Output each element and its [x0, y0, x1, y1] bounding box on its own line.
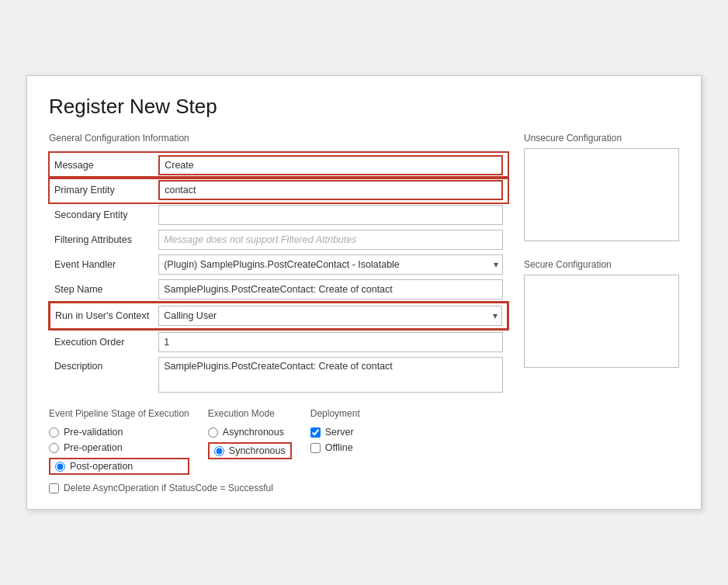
primary-entity-label: Primary Entity: [50, 178, 154, 202]
execution-order-row: Execution Order: [50, 329, 508, 355]
execution-mode-title: Execution Mode: [208, 408, 292, 419]
step-name-input[interactable]: [158, 279, 503, 299]
event-handler-label: Event Handler: [50, 252, 154, 277]
execution-mode-section: Execution Mode Asynchronous Synchronous: [208, 408, 292, 459]
server-deploy-option[interactable]: Server: [310, 427, 360, 438]
sync-mode-label: Synchronous: [229, 445, 286, 456]
secure-config-label: Secure Configuration: [524, 259, 679, 270]
general-config-label: General Configuration Information: [49, 133, 508, 144]
filtering-attributes-input[interactable]: [158, 230, 503, 250]
pre-validation-option[interactable]: Pre-validation: [49, 427, 189, 438]
execution-order-label: Execution Order: [50, 329, 154, 355]
event-handler-row: Event Handler (Plugin) SamplePlugins.Pos…: [50, 252, 508, 277]
sync-mode-option[interactable]: Synchronous: [208, 442, 292, 459]
pre-validation-label: Pre-validation: [64, 427, 123, 438]
left-panel: General Configuration Information Messag…: [49, 133, 508, 493]
deployment-section: Deployment Server Offline: [310, 408, 360, 453]
description-row: Description: [50, 355, 508, 397]
event-handler-wrapper: (Plugin) SamplePlugins.PostCreateContact…: [158, 254, 503, 275]
offline-deploy-option[interactable]: Offline: [310, 442, 360, 453]
offline-deploy-label: Offline: [325, 442, 353, 453]
run-in-context-select[interactable]: Calling User: [158, 306, 502, 326]
run-in-context-label: Run in User's Context: [50, 303, 154, 329]
delete-async-label: Delete AsyncOperation if StatusCode = Su…: [64, 483, 273, 493]
main-content: General Configuration Information Messag…: [49, 133, 679, 493]
pre-operation-label: Pre-operation: [64, 442, 123, 453]
pre-operation-option[interactable]: Pre-operation: [49, 442, 189, 453]
unsecure-config-label: Unsecure Configuration: [524, 133, 679, 144]
primary-entity-input[interactable]: [158, 180, 503, 200]
filtering-attributes-row: Filtering Attributes: [50, 227, 508, 252]
right-panel: Unsecure Configuration Secure Configurat…: [524, 133, 679, 493]
secondary-entity-label: Secondary Entity: [50, 202, 154, 227]
post-operation-option[interactable]: Post-operation: [49, 458, 189, 475]
offline-deploy-checkbox[interactable]: [310, 443, 321, 453]
unsecure-config-textarea[interactable]: [524, 148, 679, 241]
secure-config-section: Secure Configuration: [524, 259, 679, 370]
step-name-row: Step Name: [50, 277, 508, 303]
delete-async-row: Delete AsyncOperation if StatusCode = Su…: [49, 483, 508, 493]
unsecure-config-section: Unsecure Configuration: [524, 133, 679, 244]
async-mode-radio[interactable]: [208, 428, 218, 438]
primary-entity-row: Primary Entity: [50, 178, 508, 202]
message-field-cell: [154, 153, 508, 178]
message-label: Message: [50, 153, 154, 178]
server-deploy-label: Server: [325, 427, 354, 438]
event-handler-select[interactable]: (Plugin) SamplePlugins.PostCreateContact…: [158, 254, 503, 275]
message-row: Message: [50, 153, 508, 178]
filtering-attributes-label: Filtering Attributes: [50, 227, 154, 252]
pre-validation-radio[interactable]: [49, 428, 59, 438]
delete-async-checkbox[interactable]: [49, 483, 59, 493]
async-mode-option[interactable]: Asynchronous: [208, 427, 292, 438]
secondary-entity-input[interactable]: [158, 205, 503, 225]
sync-mode-radio[interactable]: [214, 446, 224, 456]
dialog-title: Register New Step: [49, 95, 679, 119]
form-table: Message Primary Entity Secondary Entity: [49, 153, 508, 397]
pipeline-title: Event Pipeline Stage of Execution: [49, 408, 189, 419]
post-operation-label: Post-operation: [70, 461, 133, 472]
pipeline-section: Event Pipeline Stage of Execution Pre-va…: [49, 408, 189, 475]
server-deploy-checkbox[interactable]: [310, 428, 321, 438]
primary-entity-cell: [154, 178, 508, 202]
message-input[interactable]: [158, 155, 503, 175]
run-in-context-row: Run in User's Context Calling User: [50, 303, 508, 329]
step-name-label: Step Name: [50, 277, 154, 303]
post-operation-radio[interactable]: [55, 462, 65, 472]
pre-operation-radio[interactable]: [49, 443, 59, 453]
execution-order-input[interactable]: [158, 332, 503, 352]
description-label: Description: [50, 355, 154, 397]
register-new-step-dialog: Register New Step General Configuration …: [26, 75, 702, 510]
secure-config-textarea[interactable]: [524, 275, 679, 368]
async-mode-label: Asynchronous: [223, 427, 284, 438]
description-textarea[interactable]: [158, 357, 503, 393]
run-in-context-wrapper: Calling User: [158, 306, 502, 326]
secondary-entity-row: Secondary Entity: [50, 202, 508, 227]
bottom-section: Event Pipeline Stage of Execution Pre-va…: [49, 408, 508, 475]
deployment-title: Deployment: [310, 408, 360, 419]
